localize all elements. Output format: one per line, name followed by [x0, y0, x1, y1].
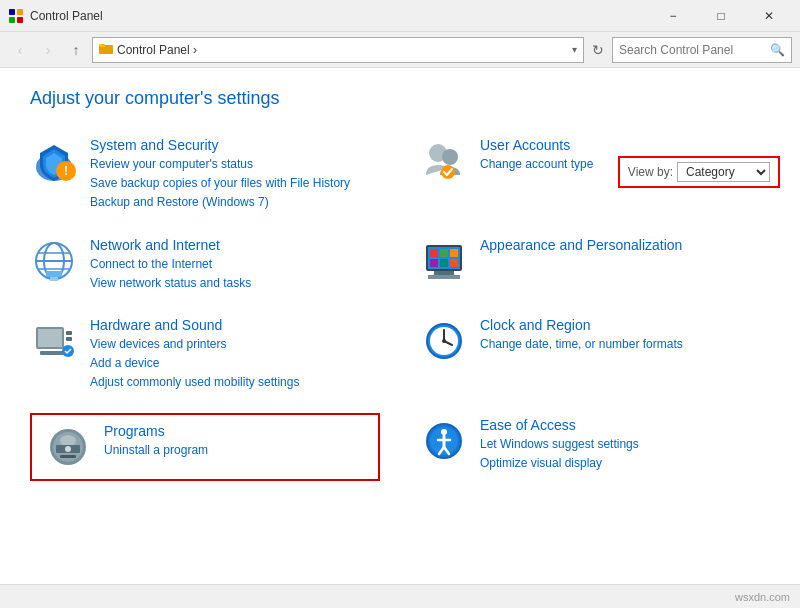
clock-icon [420, 317, 468, 365]
svg-rect-25 [440, 259, 448, 267]
category-system-security: ! System and Security Review your comput… [30, 133, 380, 217]
ease-of-access-link-2[interactable]: Optimize visual display [480, 454, 770, 473]
watermark: wsxdn.com [735, 591, 790, 603]
address-chevron-icon[interactable]: ▾ [572, 44, 577, 55]
search-icon: 🔍 [770, 43, 785, 57]
main-content: Adjust your computer's settings View by:… [0, 68, 800, 584]
clock-text: Clock and Region Change date, time, or n… [480, 317, 770, 354]
view-by-container: View by: Category Large icons Small icon… [618, 156, 780, 188]
system-security-title[interactable]: System and Security [90, 137, 380, 153]
system-security-link-2[interactable]: Save backup copies of your files with Fi… [90, 174, 380, 193]
search-input[interactable] [619, 43, 770, 57]
programs-link-1[interactable]: Uninstall a program [104, 441, 366, 460]
svg-rect-1 [17, 9, 23, 15]
forward-button[interactable]: › [36, 38, 60, 62]
view-by-select[interactable]: Category Large icons Small icons [677, 162, 770, 182]
up-button[interactable]: ↑ [64, 38, 88, 62]
system-security-text: System and Security Review your computer… [90, 137, 380, 213]
page-title: Adjust your computer's settings [30, 88, 770, 109]
path-separator: › [193, 43, 197, 57]
svg-rect-5 [99, 44, 105, 47]
svg-text:!: ! [64, 164, 68, 178]
search-box: 🔍 [612, 37, 792, 63]
bottom-bar: wsxdn.com [0, 584, 800, 608]
clock-link-1[interactable]: Change date, time, or number formats [480, 335, 770, 354]
ease-of-access-title[interactable]: Ease of Access [480, 417, 770, 433]
minimize-button[interactable]: − [650, 0, 696, 32]
network-link-2[interactable]: View network status and tasks [90, 274, 380, 293]
svg-rect-3 [17, 17, 23, 23]
hardware-title[interactable]: Hardware and Sound [90, 317, 380, 333]
system-security-icon: ! [30, 137, 78, 185]
ease-of-access-text: Ease of Access Let Windows suggest setti… [480, 417, 770, 473]
svg-point-50 [441, 429, 447, 435]
svg-rect-26 [450, 259, 458, 267]
window-title: Control Panel [30, 9, 650, 23]
category-ease-of-access: Ease of Access Let Windows suggest setti… [420, 413, 770, 481]
svg-rect-32 [66, 337, 72, 341]
ease-of-access-icon [420, 417, 468, 465]
window-controls: − □ ✕ [650, 0, 792, 32]
user-accounts-title[interactable]: User Accounts [480, 137, 770, 153]
system-security-link-1[interactable]: Review your computer's status [90, 155, 380, 174]
category-programs-highlighted: Programs Uninstall a program [30, 413, 380, 481]
clock-title[interactable]: Clock and Region [480, 317, 770, 333]
ease-of-access-link-1[interactable]: Let Windows suggest settings [480, 435, 770, 454]
title-bar: Control Panel − □ ✕ [0, 0, 800, 32]
svg-rect-18 [50, 277, 58, 281]
network-text: Network and Internet Connect to the Inte… [90, 237, 380, 293]
svg-rect-23 [450, 249, 458, 257]
address-bar: ‹ › ↑ Control Panel › ▾ ↻ 🔍 [0, 32, 800, 68]
programs-text: Programs Uninstall a program [104, 423, 366, 460]
category-network: Network and Internet Connect to the Inte… [30, 233, 380, 297]
hardware-link-2[interactable]: Add a device [90, 354, 380, 373]
network-icon [30, 237, 78, 285]
svg-rect-21 [430, 249, 438, 257]
svg-rect-33 [40, 351, 64, 355]
appearance-text: Appearance and Personalization [480, 237, 770, 255]
close-button[interactable]: ✕ [746, 0, 792, 32]
hardware-icon [30, 317, 78, 365]
svg-point-45 [65, 446, 71, 452]
system-security-link-3[interactable]: Backup and Restore (Windows 7) [90, 193, 380, 212]
view-by-label: View by: [628, 165, 673, 179]
category-appearance: Appearance and Personalization [420, 233, 770, 297]
user-accounts-icon [420, 137, 468, 185]
folder-icon [99, 42, 113, 57]
svg-rect-31 [66, 331, 72, 335]
maximize-button[interactable]: □ [698, 0, 744, 32]
svg-rect-2 [9, 17, 15, 23]
network-title[interactable]: Network and Internet [90, 237, 380, 253]
svg-rect-0 [9, 9, 15, 15]
svg-rect-28 [428, 275, 460, 279]
svg-point-40 [442, 339, 446, 343]
category-clock: Clock and Region Change date, time, or n… [420, 313, 770, 397]
back-button[interactable]: ‹ [8, 38, 32, 62]
programs-icon [44, 423, 92, 471]
appearance-title[interactable]: Appearance and Personalization [480, 237, 770, 253]
svg-point-10 [442, 149, 458, 165]
svg-rect-17 [46, 271, 62, 277]
svg-rect-46 [60, 455, 76, 458]
category-hardware: Hardware and Sound View devices and prin… [30, 313, 380, 397]
address-path: Control Panel › [117, 43, 568, 57]
svg-rect-27 [434, 271, 454, 275]
network-link-1[interactable]: Connect to the Internet [90, 255, 380, 274]
refresh-button[interactable]: ↻ [588, 42, 608, 58]
svg-rect-24 [430, 259, 438, 267]
window-icon [8, 8, 24, 24]
programs-title[interactable]: Programs [104, 423, 366, 439]
svg-rect-30 [38, 329, 62, 347]
appearance-icon [420, 237, 468, 285]
path-control-panel: Control Panel [117, 43, 190, 57]
hardware-text: Hardware and Sound View devices and prin… [90, 317, 380, 393]
hardware-link-1[interactable]: View devices and printers [90, 335, 380, 354]
svg-rect-22 [440, 249, 448, 257]
hardware-link-3[interactable]: Adjust commonly used mobility settings [90, 373, 380, 392]
address-bar-input[interactable]: Control Panel › ▾ [92, 37, 584, 63]
